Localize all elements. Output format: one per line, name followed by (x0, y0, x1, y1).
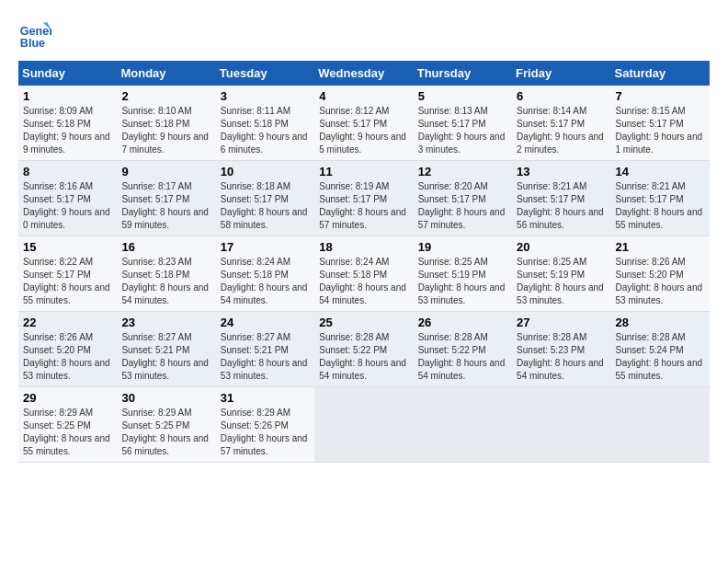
calendar-cell: 29 Sunrise: 8:29 AM Sunset: 5:25 PM Dayl… (18, 387, 117, 463)
day-info: Sunrise: 8:25 AM Sunset: 5:19 PM Dayligh… (418, 256, 507, 307)
day-number: 6 (517, 89, 606, 103)
weekday-header-saturday: Saturday (611, 61, 710, 86)
calendar-week-1: 1 Sunrise: 8:09 AM Sunset: 5:18 PM Dayli… (18, 86, 710, 161)
day-info: Sunrise: 8:28 AM Sunset: 5:24 PM Dayligh… (616, 331, 705, 383)
calendar-body: 1 Sunrise: 8:09 AM Sunset: 5:18 PM Dayli… (18, 86, 710, 463)
calendar-cell (512, 387, 610, 463)
calendar-cell: 3 Sunrise: 8:11 AM Sunset: 5:18 PM Dayli… (216, 86, 314, 161)
calendar-cell: 7 Sunrise: 8:15 AM Sunset: 5:17 PM Dayli… (611, 86, 710, 161)
day-number: 7 (616, 89, 705, 103)
day-info: Sunrise: 8:17 AM Sunset: 5:17 PM Dayligh… (121, 180, 210, 232)
calendar-cell: 4 Sunrise: 8:12 AM Sunset: 5:17 PM Dayli… (314, 86, 413, 161)
day-number: 3 (221, 89, 310, 103)
day-info: Sunrise: 8:21 AM Sunset: 5:17 PM Dayligh… (616, 180, 705, 232)
day-number: 19 (418, 240, 507, 254)
day-number: 25 (319, 316, 408, 329)
calendar-cell: 20 Sunrise: 8:25 AM Sunset: 5:19 PM Dayl… (512, 236, 610, 312)
calendar-cell: 31 Sunrise: 8:29 AM Sunset: 5:26 PM Dayl… (216, 387, 314, 463)
calendar-cell: 21 Sunrise: 8:26 AM Sunset: 5:20 PM Dayl… (611, 236, 710, 312)
day-info: Sunrise: 8:13 AM Sunset: 5:17 PM Dayligh… (418, 105, 507, 156)
calendar-cell: 18 Sunrise: 8:24 AM Sunset: 5:18 PM Dayl… (314, 236, 413, 312)
calendar-table: SundayMondayTuesdayWednesdayThursdayFrid… (18, 61, 710, 463)
day-number: 12 (418, 165, 507, 178)
day-info: Sunrise: 8:15 AM Sunset: 5:17 PM Dayligh… (616, 105, 705, 156)
day-number: 11 (319, 165, 408, 178)
day-info: Sunrise: 8:14 AM Sunset: 5:17 PM Dayligh… (517, 105, 606, 156)
calendar-cell (611, 387, 710, 463)
day-info: Sunrise: 8:21 AM Sunset: 5:17 PM Dayligh… (517, 180, 606, 232)
day-number: 29 (23, 391, 112, 405)
weekday-header-row: SundayMondayTuesdayWednesdayThursdayFrid… (18, 61, 710, 86)
calendar-cell: 19 Sunrise: 8:25 AM Sunset: 5:19 PM Dayl… (414, 236, 512, 312)
day-info: Sunrise: 8:22 AM Sunset: 5:17 PM Dayligh… (23, 256, 112, 307)
calendar-cell: 2 Sunrise: 8:10 AM Sunset: 5:18 PM Dayli… (117, 86, 215, 161)
day-info: Sunrise: 8:23 AM Sunset: 5:18 PM Dayligh… (121, 256, 210, 307)
day-number: 5 (418, 89, 507, 103)
calendar-cell: 10 Sunrise: 8:18 AM Sunset: 5:17 PM Dayl… (216, 161, 314, 236)
logo-icon: General Blue (18, 18, 51, 52)
calendar-cell: 12 Sunrise: 8:20 AM Sunset: 5:17 PM Dayl… (414, 161, 512, 236)
day-info: Sunrise: 8:29 AM Sunset: 5:26 PM Dayligh… (221, 407, 310, 458)
calendar-cell: 22 Sunrise: 8:26 AM Sunset: 5:20 PM Dayl… (18, 312, 117, 387)
day-number: 21 (616, 240, 705, 254)
day-number: 10 (221, 165, 310, 178)
day-number: 22 (23, 316, 112, 329)
day-number: 14 (616, 165, 705, 178)
calendar-week-5: 29 Sunrise: 8:29 AM Sunset: 5:25 PM Dayl… (18, 387, 710, 463)
calendar-week-4: 22 Sunrise: 8:26 AM Sunset: 5:20 PM Dayl… (18, 312, 710, 387)
day-info: Sunrise: 8:20 AM Sunset: 5:17 PM Dayligh… (418, 180, 507, 232)
calendar-cell: 16 Sunrise: 8:23 AM Sunset: 5:18 PM Dayl… (117, 236, 215, 312)
weekday-header-thursday: Thursday (414, 61, 512, 86)
page-header: General Blue (18, 18, 710, 52)
day-info: Sunrise: 8:24 AM Sunset: 5:18 PM Dayligh… (319, 256, 408, 307)
calendar-cell: 23 Sunrise: 8:27 AM Sunset: 5:21 PM Dayl… (117, 312, 215, 387)
day-info: Sunrise: 8:24 AM Sunset: 5:18 PM Dayligh… (221, 256, 310, 307)
weekday-header-tuesday: Tuesday (216, 61, 314, 86)
day-info: Sunrise: 8:18 AM Sunset: 5:17 PM Dayligh… (221, 180, 310, 232)
weekday-header-sunday: Sunday (18, 61, 117, 86)
calendar-header: SundayMondayTuesdayWednesdayThursdayFrid… (18, 61, 710, 86)
day-info: Sunrise: 8:28 AM Sunset: 5:22 PM Dayligh… (319, 331, 408, 383)
calendar-cell: 13 Sunrise: 8:21 AM Sunset: 5:17 PM Dayl… (512, 161, 610, 236)
calendar-cell: 28 Sunrise: 8:28 AM Sunset: 5:24 PM Dayl… (611, 312, 710, 387)
day-number: 27 (517, 316, 606, 329)
day-number: 26 (418, 316, 507, 329)
calendar-cell: 8 Sunrise: 8:16 AM Sunset: 5:17 PM Dayli… (18, 161, 117, 236)
day-number: 24 (221, 316, 310, 329)
day-number: 2 (121, 89, 210, 103)
weekday-header-wednesday: Wednesday (314, 61, 413, 86)
day-info: Sunrise: 8:27 AM Sunset: 5:21 PM Dayligh… (121, 331, 210, 383)
calendar-cell: 25 Sunrise: 8:28 AM Sunset: 5:22 PM Dayl… (314, 312, 413, 387)
calendar-week-2: 8 Sunrise: 8:16 AM Sunset: 5:17 PM Dayli… (18, 161, 710, 236)
svg-text:Blue: Blue (20, 37, 45, 50)
weekday-header-monday: Monday (117, 61, 215, 86)
calendar-cell: 5 Sunrise: 8:13 AM Sunset: 5:17 PM Dayli… (414, 86, 512, 161)
day-info: Sunrise: 8:26 AM Sunset: 5:20 PM Dayligh… (23, 331, 112, 383)
day-number: 1 (23, 89, 112, 103)
calendar-cell: 26 Sunrise: 8:28 AM Sunset: 5:22 PM Dayl… (414, 312, 512, 387)
day-info: Sunrise: 8:26 AM Sunset: 5:20 PM Dayligh… (616, 256, 705, 307)
calendar-cell (414, 387, 512, 463)
day-number: 20 (517, 240, 606, 254)
calendar-cell: 9 Sunrise: 8:17 AM Sunset: 5:17 PM Dayli… (117, 161, 215, 236)
day-info: Sunrise: 8:19 AM Sunset: 5:17 PM Dayligh… (319, 180, 408, 232)
day-info: Sunrise: 8:16 AM Sunset: 5:17 PM Dayligh… (23, 180, 112, 232)
weekday-header-friday: Friday (512, 61, 610, 86)
calendar-cell: 11 Sunrise: 8:19 AM Sunset: 5:17 PM Dayl… (314, 161, 413, 236)
day-info: Sunrise: 8:28 AM Sunset: 5:23 PM Dayligh… (517, 331, 606, 383)
calendar-cell: 6 Sunrise: 8:14 AM Sunset: 5:17 PM Dayli… (512, 86, 610, 161)
day-number: 18 (319, 240, 408, 254)
logo: General Blue (18, 18, 55, 52)
day-info: Sunrise: 8:09 AM Sunset: 5:18 PM Dayligh… (23, 105, 112, 156)
calendar-cell: 1 Sunrise: 8:09 AM Sunset: 5:18 PM Dayli… (18, 86, 117, 161)
day-info: Sunrise: 8:29 AM Sunset: 5:25 PM Dayligh… (121, 407, 210, 458)
day-info: Sunrise: 8:28 AM Sunset: 5:22 PM Dayligh… (418, 331, 507, 383)
day-info: Sunrise: 8:27 AM Sunset: 5:21 PM Dayligh… (221, 331, 310, 383)
day-number: 16 (121, 240, 210, 254)
day-number: 23 (121, 316, 210, 329)
calendar-cell: 14 Sunrise: 8:21 AM Sunset: 5:17 PM Dayl… (611, 161, 710, 236)
calendar-cell: 15 Sunrise: 8:22 AM Sunset: 5:17 PM Dayl… (18, 236, 117, 312)
calendar-cell (314, 387, 413, 463)
day-number: 28 (616, 316, 705, 329)
day-info: Sunrise: 8:10 AM Sunset: 5:18 PM Dayligh… (121, 105, 210, 156)
